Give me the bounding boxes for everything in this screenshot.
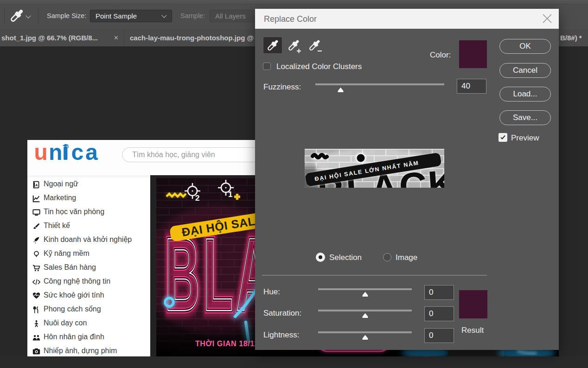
svg-text:n: n: [49, 140, 62, 165]
svg-text:a: a: [85, 140, 98, 165]
svg-text:2: 2: [195, 194, 199, 203]
svg-text:A: A: [35, 183, 38, 187]
svg-text:1: 1: [228, 190, 232, 199]
svg-text:c: c: [71, 140, 84, 165]
svg-text:u: u: [34, 140, 48, 165]
